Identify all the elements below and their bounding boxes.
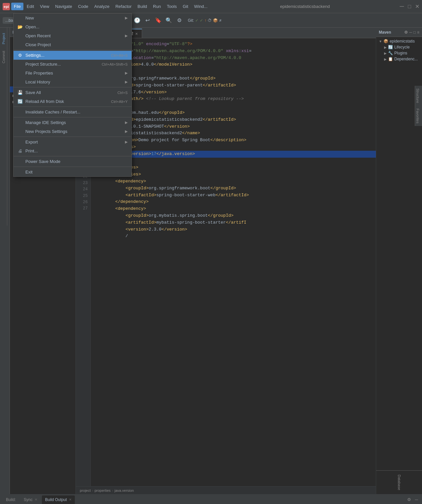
submenu-arrow: ▶ — [125, 140, 128, 144]
minimize-btn[interactable]: ─ — [400, 3, 404, 10]
menu-item-exit[interactable]: Exit — [14, 168, 132, 176]
menu-item-recent[interactable]: Open Recent ▶ — [14, 31, 132, 40]
menu-item-project-structure[interactable]: Project Structure... Ctrl+Alt+Shift+S — [14, 60, 132, 69]
separator5 — [14, 137, 132, 137]
menu-item-power-save[interactable]: Power Save Mode — [14, 157, 132, 166]
title-bar-left: epi File Edit View Navigate Code Analyze… — [3, 3, 210, 10]
menu-refactor[interactable]: Refactor — [113, 3, 134, 10]
menu-item-reload[interactable]: 🔄 Reload All from Disk Ctrl+Alt+Y — [14, 97, 132, 106]
separator4 — [14, 117, 132, 117]
menu-item-export[interactable]: Export ▶ — [14, 138, 132, 146]
menu-git[interactable]: Git — [180, 3, 191, 10]
menu-item-local-history[interactable]: Local History ▶ — [14, 78, 132, 86]
menu-item-open[interactable]: 📂 Open... — [14, 22, 132, 31]
project-structure-shortcut: Ctrl+Alt+Shift+S — [102, 62, 128, 66]
menu-item-file-props[interactable]: File Properties ▶ — [14, 69, 132, 78]
separator1 — [14, 50, 132, 50]
save-icon: 💾 — [17, 90, 23, 95]
separator6 — [14, 156, 132, 156]
window-title: epidemicstatisticsbackend — [280, 4, 330, 9]
menu-item-invalidate[interactable]: Invalidate Caches / Restart... — [14, 108, 132, 116]
menu-item-save-all[interactable]: 💾 Save All Ctrl+S — [14, 88, 132, 97]
title-bar: epi File Edit View Navigate Code Analyze… — [0, 0, 422, 13]
submenu-arrow: ▶ — [125, 120, 128, 125]
app-logo: epi — [3, 3, 10, 10]
menu-edit[interactable]: Edit — [24, 3, 37, 10]
submenu-arrow: ▶ — [125, 16, 128, 20]
settings-menu-icon: ⚙ — [17, 53, 23, 58]
menu-build[interactable]: Build — [135, 3, 150, 10]
submenu-arrow: ▶ — [125, 34, 128, 38]
menu-run[interactable]: Run — [150, 3, 164, 10]
menu-view[interactable]: View — [37, 3, 52, 10]
menu-item-settings[interactable]: ⚙ Settings... Ctrl+Alt+S — [14, 51, 132, 60]
maximize-btn[interactable]: □ — [408, 4, 411, 10]
window-controls: ─ □ ✕ — [400, 3, 419, 10]
separator2 — [14, 87, 132, 87]
print-icon: 🖨 — [17, 148, 23, 153]
menu-item-new-projects[interactable]: New Projects Settings ▶ — [14, 127, 132, 136]
reload-shortcut: Ctrl+Alt+Y — [111, 100, 128, 104]
reload-icon: 🔄 — [17, 99, 23, 104]
menu-item-close-project[interactable]: Close Project — [14, 40, 132, 49]
menu-tools[interactable]: Tools — [164, 3, 179, 10]
menu-navigate[interactable]: Navigate — [52, 3, 75, 10]
separator3 — [14, 107, 132, 107]
settings-shortcut: Ctrl+Alt+S — [111, 53, 128, 57]
separator7 — [14, 167, 132, 167]
submenu-arrow: ▶ — [125, 129, 128, 134]
menu-item-manage-ide[interactable]: Manage IDE Settings ▶ — [14, 118, 132, 127]
menu-analyze[interactable]: Analyze — [92, 3, 112, 10]
menu-bar: File Edit View Navigate Code Analyze Ref… — [11, 3, 210, 10]
file-dropdown-menu: New ▶ 📂 Open... Open Recent ▶ Close Proj… — [13, 13, 132, 177]
submenu-arrow: ▶ — [125, 71, 128, 75]
menu-window[interactable]: Wind... — [192, 3, 210, 10]
menu-file[interactable]: File — [11, 3, 23, 10]
menu-code[interactable]: Code — [75, 3, 91, 10]
dropdown-overlay[interactable]: New ▶ 📂 Open... Open Recent ▶ Close Proj… — [0, 13, 422, 504]
close-btn[interactable]: ✕ — [415, 3, 419, 10]
menu-item-print[interactable]: 🖨 Print... — [14, 146, 132, 155]
submenu-arrow: ▶ — [125, 80, 128, 84]
menu-item-new[interactable]: New ▶ — [14, 14, 132, 22]
open-icon: 📂 — [17, 24, 23, 29]
save-shortcut: Ctrl+S — [117, 91, 128, 95]
